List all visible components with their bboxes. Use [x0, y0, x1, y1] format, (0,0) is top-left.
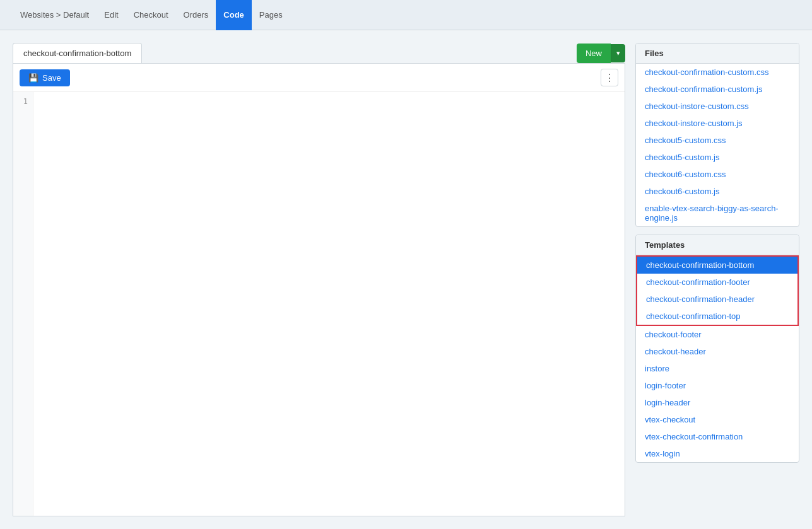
list-item: login-header	[636, 394, 799, 411]
nav-item-pages[interactable]: Pages	[252, 0, 290, 30]
dropdown-arrow-icon: ▾	[616, 49, 620, 57]
new-button[interactable]: New	[577, 44, 611, 63]
list-item: checkout-footer	[636, 326, 799, 343]
list-item: enable-vtex-search-biggy-as-search-engin…	[636, 200, 799, 226]
template-link[interactable]: checkout-confirmation-header	[646, 294, 755, 304]
file-link[interactable]: checkout5-custom.js	[645, 153, 720, 162]
code-editor: 💾 Save ⋮ 1	[13, 63, 625, 516]
list-item-active: checkout-confirmation-bottom	[637, 257, 797, 274]
list-item: login-footer	[636, 377, 799, 394]
list-item: vtex-login	[636, 445, 799, 462]
list-item: checkout-confirmation-footer	[637, 274, 797, 291]
main-content: checkout-confirmation-bottom New ▾ 💾 Sav…	[0, 30, 812, 529]
list-item: checkout-confirmation-top	[637, 308, 797, 325]
top-navigation: Websites > Default Edit Checkout Orders …	[0, 0, 812, 30]
template-link-active[interactable]: checkout-confirmation-bottom	[646, 260, 754, 270]
list-item: checkout-confirmation-custom.js	[636, 81, 799, 98]
line-number-1: 1	[18, 97, 28, 106]
normal-templates-list: checkout-footer checkout-header instore …	[636, 326, 799, 462]
list-item: vtex-checkout	[636, 411, 799, 428]
template-link[interactable]: vtex-checkout-confirmation	[645, 432, 743, 441]
file-link[interactable]: checkout-confirmation-custom.js	[645, 84, 762, 94]
save-icon: 💾	[28, 73, 38, 83]
file-link[interactable]: checkout5-custom.css	[645, 136, 726, 145]
list-item: instore	[636, 360, 799, 377]
template-link[interactable]: vtex-login	[645, 449, 680, 458]
more-icon: ⋮	[604, 72, 615, 84]
list-item: checkout5-custom.js	[636, 149, 799, 166]
save-label: Save	[42, 73, 61, 83]
file-link[interactable]: checkout-instore-custom.js	[645, 119, 743, 128]
file-link[interactable]: checkout6-custom.js	[645, 187, 720, 196]
nav-item-checkout[interactable]: Checkout	[126, 0, 176, 30]
nav-item-orders[interactable]: Orders	[176, 0, 216, 30]
line-numbers: 1	[13, 92, 33, 516]
list-item: checkout-instore-custom.css	[636, 98, 799, 115]
nav-breadcrumb: Websites > Default	[13, 0, 97, 30]
right-panel: Files checkout-confirmation-custom.css c…	[635, 43, 799, 516]
files-panel-header: Files	[636, 44, 799, 64]
template-link[interactable]: instore	[645, 364, 669, 373]
highlighted-templates-list: checkout-confirmation-bottom checkout-co…	[636, 255, 799, 326]
template-link[interactable]: login-header	[645, 398, 690, 407]
template-link[interactable]: login-footer	[645, 381, 686, 390]
list-item: checkout6-custom.js	[636, 183, 799, 200]
new-label: New	[585, 49, 602, 58]
list-item: vtex-checkout-confirmation	[636, 428, 799, 445]
template-link[interactable]: checkout-footer	[645, 330, 702, 339]
current-file-tab[interactable]: checkout-confirmation-bottom	[13, 43, 142, 63]
nav-item-edit[interactable]: Edit	[97, 0, 126, 30]
editor-body: 1	[13, 92, 625, 516]
more-options-button[interactable]: ⋮	[601, 69, 618, 86]
list-item: checkout5-custom.css	[636, 132, 799, 149]
editor-area: checkout-confirmation-bottom New ▾ 💾 Sav…	[13, 43, 625, 516]
template-link[interactable]: checkout-confirmation-footer	[646, 277, 750, 287]
templates-panel-header: Templates	[636, 235, 799, 255]
file-link[interactable]: checkout6-custom.css	[645, 170, 726, 179]
list-item: checkout-header	[636, 343, 799, 360]
editor-toolbar: 💾 Save ⋮	[13, 64, 625, 92]
files-list: checkout-confirmation-custom.css checkou…	[636, 64, 799, 226]
nav-item-code[interactable]: Code	[216, 0, 252, 30]
file-link[interactable]: enable-vtex-search-biggy-as-search-engin…	[645, 204, 779, 223]
file-link[interactable]: checkout-confirmation-custom.css	[645, 67, 769, 77]
templates-panel: Templates checkout-confirmation-bottom c…	[635, 235, 799, 463]
template-link[interactable]: checkout-confirmation-top	[646, 311, 741, 321]
file-link[interactable]: checkout-instore-custom.css	[645, 102, 749, 111]
tab-bar: checkout-confirmation-bottom New ▾	[13, 43, 625, 63]
template-link[interactable]: checkout-header	[645, 347, 706, 356]
list-item: checkout-confirmation-custom.css	[636, 64, 799, 81]
list-item: checkout6-custom.css	[636, 166, 799, 183]
new-dropdown-button[interactable]: ▾	[611, 44, 625, 62]
save-button[interactable]: 💾 Save	[20, 69, 70, 86]
list-item: checkout-confirmation-header	[637, 291, 797, 308]
code-textarea[interactable]	[33, 92, 625, 516]
template-link[interactable]: vtex-checkout	[645, 415, 695, 424]
new-button-wrap: New ▾	[577, 44, 625, 63]
list-item: checkout-instore-custom.js	[636, 115, 799, 132]
files-panel: Files checkout-confirmation-custom.css c…	[635, 43, 799, 227]
